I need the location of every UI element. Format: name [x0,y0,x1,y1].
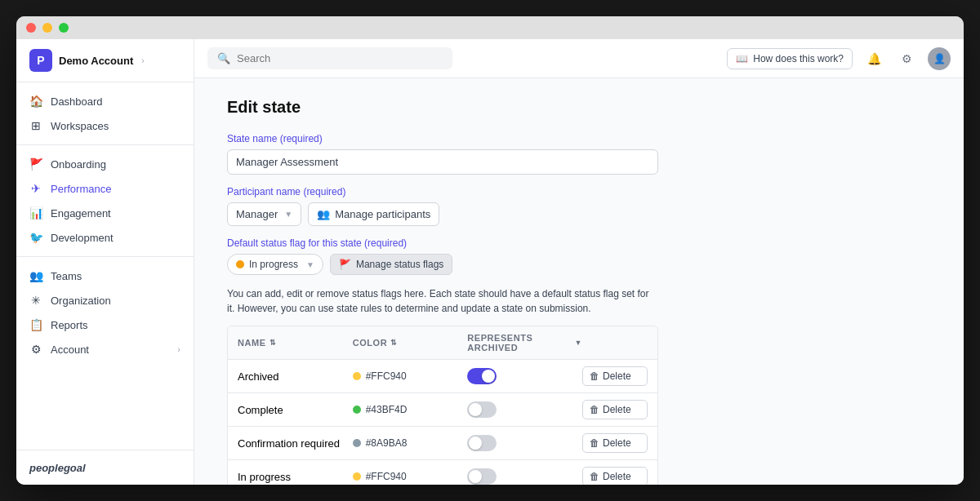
help-book-icon: 📖 [736,53,748,64]
color-hex: #8A9BA8 [366,437,408,449]
sidebar-item-teams[interactable]: 👥 Teams [16,264,194,288]
avatar-image: 👤 [933,53,946,64]
manage-flags-button[interactable]: 🚩 Manage status flags [330,254,452,275]
sidebar-item-engagement-label: Engagement [51,207,111,219]
color-hex: #FFC940 [366,370,407,382]
search-box[interactable]: 🔍 [207,47,452,69]
col-color-label: COLOR [353,338,387,348]
archived-toggle[interactable] [467,401,497,418]
participant-value: Manager [236,208,278,220]
color-hex: #43BF4D [366,404,408,415]
default-status-label: Default status flag for this state (requ… [227,237,931,249]
manage-participants-label: Manage participants [335,208,430,220]
archived-toggle[interactable] [467,368,497,384]
table-row: In progress #FFC940 🗑 Delete [228,460,657,485]
topbar: 🔍 📖 How does this work? 🔔 ⚙ 👤 [194,39,964,78]
flags-table: NAME ⇅ COLOR ⇅ REPRESENTS ARCHIVED ▼ [227,326,658,485]
minimize-dot[interactable] [42,23,52,33]
sidebar-item-performance[interactable]: ✈ Performance [16,176,194,201]
help-button[interactable]: 📖 How does this work? [727,48,853,69]
color-cell: #8A9BA8 [353,437,468,449]
table-row: Archived #FFC940 🗑 Delete [228,360,657,393]
status-flag-controls: In progress ▼ 🚩 Manage status flags [227,254,931,275]
account-name: Demo Account [59,55,133,67]
manage-flags-label: Manage status flags [356,259,443,270]
color-cell: #43BF4D [353,404,468,415]
archived-toggle[interactable] [467,435,497,451]
sidebar-item-workspaces[interactable]: ⊞ Workspaces [16,113,194,138]
toggle-knob [482,370,495,383]
col-archived-label: REPRESENTS ARCHIVED [467,333,568,352]
delete-button[interactable]: 🗑 Delete [582,400,648,419]
archived-toggle[interactable] [467,468,497,485]
table-header: NAME ⇅ COLOR ⇅ REPRESENTS ARCHIVED ▼ [228,326,657,360]
col-color-header[interactable]: COLOR ⇅ [353,333,468,352]
delete-button[interactable]: 🗑 Delete [582,467,648,485]
sidebar-nav: 🏠 Dashboard ⊞ Workspaces 🚩 Onboarding ✈ … [16,82,194,450]
app-layout: P Demo Account › 🏠 Dashboard ⊞ Workspace… [16,39,964,485]
search-input[interactable] [237,52,443,64]
delete-label: Delete [603,370,631,382]
bell-icon: 🔔 [867,52,881,65]
manage-participants-button[interactable]: 👥 Manage participants [308,202,439,226]
state-name-label: State name (required) [227,133,931,144]
development-icon: 🐦 [29,231,42,244]
performance-icon: ✈ [29,182,42,195]
page-content: Edit state State name (required) Partici… [194,78,964,485]
state-name-input[interactable] [227,149,658,175]
toggle-knob [469,403,482,416]
sidebar-item-teams-label: Teams [51,270,82,282]
color-swatch [353,472,361,481]
delete-label: Delete [603,437,631,449]
state-name-section: State name (required) [227,133,931,175]
participant-chevron-icon: ▼ [284,210,292,219]
help-label: How does this work? [753,53,844,64]
sidebar-item-account-label: Account [51,344,89,356]
close-dot[interactable] [26,23,36,33]
nav-divider-2 [16,256,194,257]
status-flag-value: In progress [249,259,298,270]
page-title: Edit state [227,98,931,117]
sidebar-item-development-label: Development [51,232,114,244]
sidebar-item-engagement[interactable]: 📊 Engagement [16,201,194,225]
sidebar-header[interactable]: P Demo Account › [16,39,194,82]
delete-button[interactable]: 🗑 Delete [582,433,648,453]
sidebar-item-reports[interactable]: 📋 Reports [16,313,194,337]
settings-button[interactable]: ⚙ [895,47,918,70]
user-avatar[interactable]: 👤 [928,47,951,70]
sidebar-item-workspaces-label: Workspaces [51,120,109,132]
main-area: 🔍 📖 How does this work? 🔔 ⚙ 👤 [194,39,964,485]
brand-logo-text: peoplegoal [29,462,86,474]
topbar-right: 📖 How does this work? 🔔 ⚙ 👤 [727,47,951,70]
notifications-button[interactable]: 🔔 [862,47,885,70]
sidebar-item-dashboard-label: Dashboard [51,95,103,108]
status-dot [236,260,244,268]
maximize-dot[interactable] [59,23,69,33]
app-window: P Demo Account › 🏠 Dashboard ⊞ Workspace… [16,16,964,485]
sidebar-item-onboarding[interactable]: 🚩 Onboarding [16,152,194,176]
color-swatch [353,406,361,414]
participant-name-label: Participant name (required) [227,186,931,197]
table-row: Confirmation required #8A9BA8 🗑 Delete [228,427,657,460]
sidebar-item-development[interactable]: 🐦 Development [16,225,194,250]
delete-label: Delete [603,404,631,415]
status-flag-pill[interactable]: In progress ▼ [227,254,323,275]
sidebar-item-organization[interactable]: ✳ Organization [16,288,194,313]
titlebar [16,16,964,39]
sidebar-item-dashboard[interactable]: 🏠 Dashboard [16,89,194,113]
sidebar: P Demo Account › 🏠 Dashboard ⊞ Workspace… [16,39,194,485]
col-name-header[interactable]: NAME ⇅ [238,333,353,352]
row-name: Complete [238,404,353,416]
col-name-label: NAME [238,338,266,348]
row-name: Archived [238,370,353,383]
organization-icon: ✳ [29,294,42,307]
participant-select[interactable]: Manager ▼ [227,202,301,226]
sidebar-footer: peoplegoal [16,450,194,485]
account-chevron-icon: › [177,344,180,354]
sidebar-item-account[interactable]: ⚙ Account › [16,337,194,361]
col-archived-header: REPRESENTS ARCHIVED ▼ [467,333,582,352]
sidebar-item-onboarding-label: Onboarding [51,158,106,171]
row-name: Confirmation required [238,437,353,450]
row-name: In progress [238,471,353,483]
delete-button[interactable]: 🗑 Delete [582,366,648,386]
